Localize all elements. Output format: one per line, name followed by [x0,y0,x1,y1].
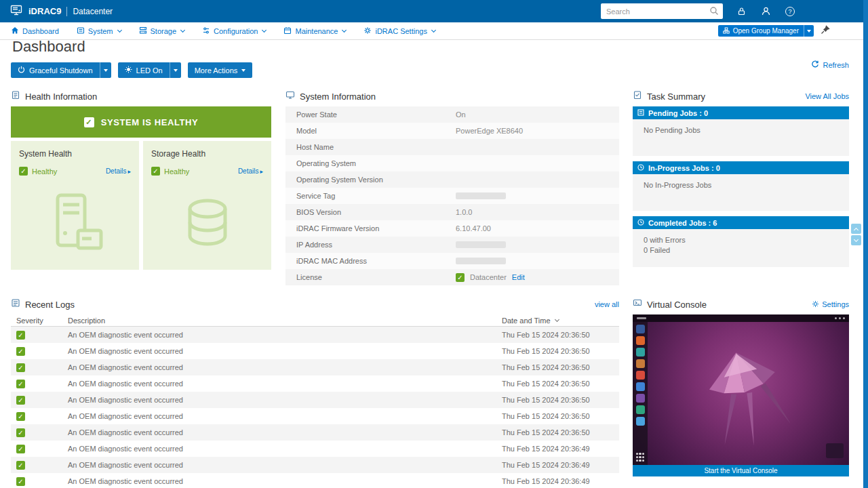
log-description: An OEM diagnostic event occurred [68,331,502,339]
log-row[interactable]: ✓ An OEM diagnostic event occurred Thu F… [11,441,619,457]
log-row[interactable]: ✓ An OEM diagnostic event occurred Thu F… [11,343,619,359]
nav-idrac-settings[interactable]: iDRAC Settings [363,26,435,36]
nav-label: Storage [151,27,177,35]
lock-icon[interactable] [735,5,747,18]
health-panel-title: Health Information [25,92,97,102]
nav-dashboard[interactable]: Dashboard [11,26,59,36]
log-row[interactable]: ✓ An OEM diagnostic event occurred Thu F… [11,327,619,343]
dock-app-icon [636,417,645,426]
severity-column-header[interactable]: Severity [11,317,68,325]
in-progress-jobs-section: In-Progress Jobs : 0 No In-Progress Jobs [633,161,849,211]
chevron-down-icon [854,237,859,241]
card-title: System Health [19,149,131,159]
log-row[interactable]: ✓ An OEM diagnostic event occurred Thu F… [11,375,619,392]
pin-icon[interactable] [821,25,830,37]
gear-icon [812,300,819,309]
start-virtual-console-button[interactable]: Start the Virtual Console [633,465,849,476]
ogm-label: Open Group Manager [733,27,799,35]
nav-right: Open Group Manager [718,25,857,37]
task-summary-panel: Task Summary View All Jobs Pending Jobs … [633,88,849,272]
view-all-logs-link[interactable]: view all [595,300,619,308]
console-preview [633,314,849,465]
nav-label: Configuration [214,27,258,35]
led-dropdown-button[interactable] [170,62,181,78]
nav-label: Maintenance [295,27,338,35]
nav-configuration[interactable]: Configuration [202,26,266,36]
dock-app-icon [636,359,645,368]
system-info-row: Operating System Version [285,171,619,188]
field-label: Host Name [285,143,456,151]
search-icon[interactable] [709,6,719,18]
field-label: Power State [285,110,456,119]
shutdown-label: Graceful Shutdown [29,66,93,75]
system-information-panel: System Information Power State On Model … [285,88,619,285]
nav-maintenance[interactable]: Maintenance [283,26,346,36]
console-window-thumbnail [826,443,844,458]
field-value: 6.10.47.00 [456,224,491,232]
system-info-row: iDRAC MAC Address [285,253,619,269]
log-description: An OEM diagnostic event occurred [68,428,502,436]
section-header-label: Completed Jobs : 6 [648,219,717,227]
main-nav: Dashboard System Storage Configuration M… [0,22,868,40]
refresh-link[interactable]: Refresh [811,60,849,70]
datetime-column-header[interactable]: Date and Time [502,317,619,325]
system-info-row-license: License ✓ Datacenter Edit [285,269,619,285]
redacted-value [456,192,506,199]
log-row[interactable]: ✓ An OEM diagnostic event occurred Thu F… [11,359,619,375]
field-value: PowerEdge XE8640 [456,127,523,135]
description-column-header[interactable]: Description [68,317,502,325]
log-row[interactable]: ✓ An OEM diagnostic event occurred Thu F… [11,473,619,488]
jellyfish-wallpaper-art [694,331,795,453]
check-icon: ✓ [19,167,28,176]
scroll-up-button[interactable] [851,224,861,234]
log-datetime: Thu Feb 15 2024 20:36:50 [502,428,619,436]
caret-down-icon [241,69,245,72]
field-label: Operating System Version [285,176,456,184]
health-status: Healthy [32,167,57,176]
scroll-down-button[interactable] [851,235,861,245]
open-group-manager-button[interactable]: Open Group Manager [718,25,814,37]
system-info-row: Host Name [285,139,619,155]
banner-label: SYSTEM IS HEALTHY [101,117,199,127]
brand-divider [66,7,67,16]
console-settings-link[interactable]: Settings [812,300,849,309]
health-status: Healthy [164,167,189,176]
logs-table-header: Severity Description Date and Time [11,314,619,327]
virtual-console-panel: Virtual Console Settings [633,296,849,476]
search-input[interactable] [601,3,723,19]
user-icon[interactable] [760,5,772,18]
graceful-shutdown-button[interactable]: Graceful Shutdown [11,62,111,78]
settings-label: Settings [822,300,849,308]
page-scrollbar[interactable] [863,0,868,488]
arrow-right-icon: ▸ [260,168,263,175]
nav-storage[interactable]: Storage [139,26,185,36]
shutdown-dropdown-button[interactable] [100,62,111,78]
field-label: BIOS Version [285,208,456,216]
nav-label: System [88,27,113,35]
system-health-details-link[interactable]: Details ▸ [106,167,131,175]
severity-ok-icon: ✓ [16,380,25,388]
clock-icon [637,219,644,227]
led-on-button[interactable]: LED On [118,62,181,78]
pending-jobs-header: Pending Jobs : 0 [633,106,849,119]
pending-jobs-status: No Pending Jobs [644,126,838,134]
license-edit-link[interactable]: Edit [512,273,525,281]
system-info-panel-title: System Information [300,92,376,102]
storage-health-details-link[interactable]: Details ▸ [238,167,263,175]
completed-jobs-section: Completed Jobs : 6 0 with Errors 0 Faile… [633,216,849,267]
log-row[interactable]: ✓ An OEM diagnostic event occurred Thu F… [11,408,619,424]
dock-app-icon [636,382,645,391]
log-row[interactable]: ✓ An OEM diagnostic event occurred Thu F… [11,392,619,408]
view-all-jobs-link[interactable]: View All Jobs [805,92,849,100]
log-row[interactable]: ✓ An OEM diagnostic event occurred Thu F… [11,424,619,441]
maintenance-icon [283,26,292,36]
system-info-row: Power State On [285,106,619,123]
log-row[interactable]: ✓ An OEM diagnostic event occurred Thu F… [11,457,619,473]
more-actions-button[interactable]: More Actions [188,62,253,78]
help-icon[interactable]: ? [784,5,796,18]
refresh-label: Refresh [823,61,849,69]
ogm-dropdown-button[interactable] [804,25,814,37]
gear-icon [363,26,372,36]
nav-system[interactable]: System [77,26,121,36]
section-header-label: In-Progress Jobs : 0 [648,164,720,172]
